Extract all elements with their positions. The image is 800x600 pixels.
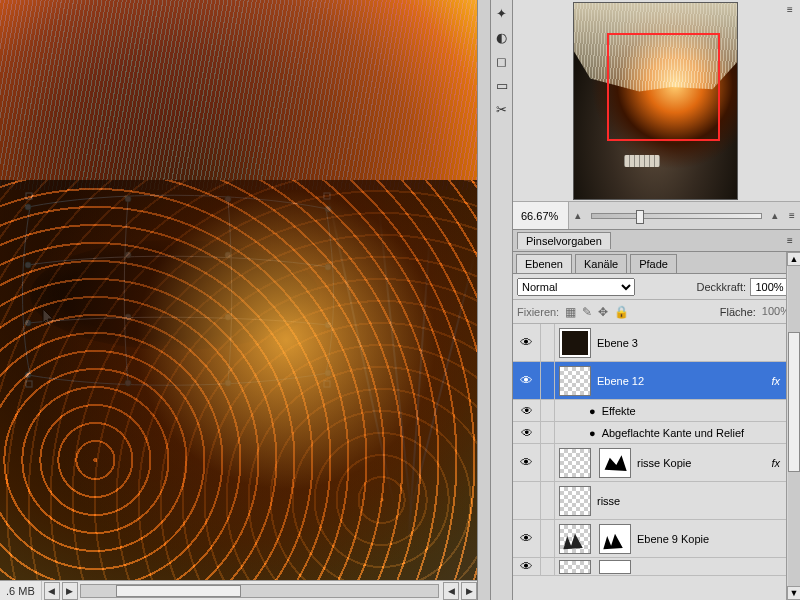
- panel-divider[interactable]: [477, 0, 491, 600]
- dark-region: [30, 240, 320, 350]
- brush-presets-tab[interactable]: Pinselvorgaben: [517, 232, 611, 249]
- panel-menu-icon[interactable]: ≡: [782, 2, 798, 16]
- svg-point-15: [325, 322, 331, 328]
- svg-point-13: [125, 314, 131, 320]
- layer-row[interactable]: 👁 risse Kopie fx ▾: [513, 444, 800, 482]
- link-column[interactable]: [541, 362, 555, 399]
- lock-all-icon[interactable]: 🔒: [614, 305, 629, 319]
- fx-badge[interactable]: fx: [765, 375, 786, 387]
- layers-lock-row: Fixieren: ▦ ✎ ✥ 🔒 Fläche: 100%▸: [513, 300, 800, 324]
- layer-thumbnail[interactable]: [559, 486, 591, 516]
- tab-channels[interactable]: Kanäle: [575, 254, 627, 273]
- scroll-down-button[interactable]: ▼: [787, 586, 800, 600]
- svg-point-19: [325, 370, 331, 376]
- layer-name[interactable]: risse Kopie: [635, 457, 765, 469]
- tab-paths[interactable]: Pfade: [630, 254, 677, 273]
- document-canvas[interactable]: [0, 0, 477, 580]
- zoom-slider-knob[interactable]: [636, 210, 644, 224]
- svg-point-17: [125, 380, 131, 386]
- bevel-label: Abgeflachte Kante und Relief: [602, 427, 745, 439]
- camera-icon[interactable]: ◻: [493, 52, 511, 70]
- nav-footer-menu-icon[interactable]: ≡: [784, 209, 800, 223]
- vertical-tool-strip: ✦ ◐ ◻ ▭ ✂: [491, 0, 513, 600]
- layer-row[interactable]: 👁 Ebene 9 Kopie: [513, 520, 800, 558]
- layer-effect-bevel[interactable]: 👁 ●Abgeflachte Kante und Relief: [513, 422, 800, 444]
- layer-thumbnail[interactable]: [559, 366, 591, 396]
- navigator-viewport-rect[interactable]: [607, 33, 720, 141]
- link-column[interactable]: [541, 558, 555, 575]
- svg-point-5: [125, 196, 131, 202]
- canvas-horizontal-scrollbar[interactable]: .6 MB ◀ ▶ ◀ ▶: [0, 580, 477, 600]
- layer-list[interactable]: 👁 Ebene 3 🔒 👁 Ebene 12 fx ▴ 👁 ●Effekte 👁…: [513, 324, 800, 600]
- scroll-track[interactable]: [80, 584, 439, 598]
- visibility-toggle-icon[interactable]: 👁: [513, 422, 541, 443]
- lock-label: Fixieren:: [517, 306, 559, 318]
- brush-alt-icon[interactable]: ✦: [493, 4, 511, 22]
- layer-thumbnail[interactable]: [559, 560, 591, 574]
- tab-layers[interactable]: Ebenen: [516, 254, 572, 273]
- link-column[interactable]: [541, 324, 555, 361]
- layer-row[interactable]: risse: [513, 482, 800, 520]
- scroll-left-end-button[interactable]: ◀: [443, 582, 459, 600]
- opacity-label: Deckkraft:: [696, 281, 746, 293]
- layer-thumbnail[interactable]: [559, 448, 591, 478]
- svg-point-12: [25, 320, 31, 326]
- fx-badge[interactable]: fx: [765, 457, 786, 469]
- layer-name[interactable]: Ebene 3: [595, 337, 784, 349]
- link-column[interactable]: [541, 482, 555, 519]
- layers-vertical-scrollbar[interactable]: ▲ ▼: [786, 252, 800, 600]
- layer-row[interactable]: 👁 Ebene 12 fx ▴: [513, 362, 800, 400]
- layer-thumbnail[interactable]: [559, 328, 591, 358]
- layers-panel-tabs: Ebenen Kanäle Pfade ≡: [513, 252, 800, 274]
- lock-transparency-icon[interactable]: ▦: [565, 305, 576, 319]
- visibility-toggle-icon[interactable]: 👁: [513, 520, 541, 557]
- svg-rect-0: [26, 193, 32, 199]
- lock-pixels-icon[interactable]: ✎: [582, 305, 592, 319]
- layer-name[interactable]: Ebene 12: [595, 375, 765, 387]
- scroll-thumb[interactable]: [116, 585, 241, 597]
- layer-name[interactable]: Ebene 9 Kopie: [635, 533, 800, 545]
- fill-label: Fläche:: [720, 306, 756, 318]
- layer-thumbnail[interactable]: [559, 524, 591, 554]
- layers-blend-row: Normal Deckkraft: 100%▸: [513, 274, 800, 300]
- layers-panel: Ebenen Kanäle Pfade ≡ Normal Deckkraft: …: [513, 252, 800, 600]
- layer-name[interactable]: risse: [595, 495, 800, 507]
- visibility-toggle-icon[interactable]: 👁: [513, 444, 541, 481]
- panel-menu-icon[interactable]: ≡: [782, 233, 798, 247]
- zoom-readout[interactable]: 66.67%: [513, 202, 569, 229]
- scroll-up-button[interactable]: ▲: [787, 252, 800, 266]
- blend-mode-select[interactable]: Normal: [517, 278, 635, 296]
- link-column[interactable]: [541, 520, 555, 557]
- visibility-toggle-icon[interactable]: [513, 482, 541, 519]
- zoom-slider[interactable]: [591, 213, 762, 219]
- lock-position-icon[interactable]: ✥: [598, 305, 608, 319]
- layer-mask-thumbnail[interactable]: [599, 560, 631, 574]
- zoom-in-icon[interactable]: ▴: [766, 209, 784, 222]
- visibility-toggle-icon[interactable]: 👁: [513, 324, 541, 361]
- visibility-toggle-icon[interactable]: 👁: [513, 558, 541, 575]
- link-column[interactable]: [541, 444, 555, 481]
- layer-row[interactable]: 👁: [513, 558, 800, 576]
- visibility-toggle-icon[interactable]: 👁: [513, 400, 541, 421]
- light-streak: [407, 230, 431, 549]
- scroll-right-end-button[interactable]: ▶: [461, 582, 477, 600]
- opacity-value: 100%: [755, 281, 783, 293]
- scroll-right-button[interactable]: ▶: [62, 582, 78, 600]
- fx-icon: ●: [589, 427, 596, 439]
- brush-presets-panel-collapsed[interactable]: Pinselvorgaben ≡: [513, 230, 800, 252]
- layer-effects-header[interactable]: 👁 ●Effekte: [513, 400, 800, 422]
- visibility-toggle-icon[interactable]: 👁: [513, 362, 541, 399]
- navigator-panel: ≡ 66.67% ▴ ▴ ≡: [513, 0, 800, 230]
- wrench-icon[interactable]: ✂: [493, 100, 511, 118]
- scroll-left-button[interactable]: ◀: [44, 582, 60, 600]
- warp-transform-grid[interactable]: [28, 195, 328, 385]
- droplet-icon[interactable]: ◐: [493, 28, 511, 46]
- ruler-icon[interactable]: ▭: [493, 76, 511, 94]
- svg-point-14: [225, 314, 231, 320]
- layer-mask-thumbnail[interactable]: [599, 524, 631, 554]
- layer-mask-thumbnail[interactable]: [599, 448, 631, 478]
- scroll-thumb[interactable]: [788, 332, 800, 472]
- svg-rect-2: [26, 381, 32, 387]
- layer-row[interactable]: 👁 Ebene 3 🔒: [513, 324, 800, 362]
- zoom-out-icon[interactable]: ▴: [569, 209, 587, 222]
